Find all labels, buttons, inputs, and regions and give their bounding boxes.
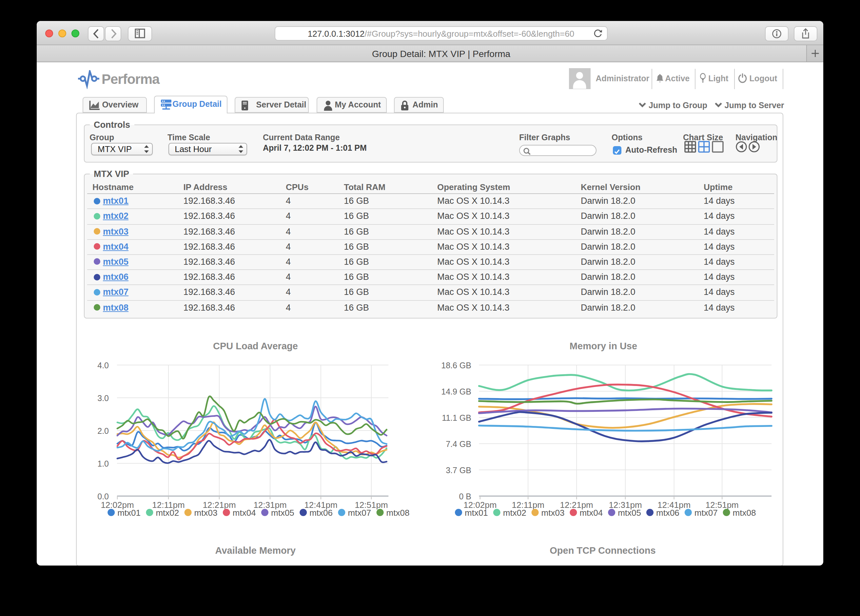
- svg-text:mtx01: mtx01: [117, 508, 141, 518]
- svg-text:mtx05: mtx05: [618, 508, 641, 518]
- svg-text:mtx04: mtx04: [233, 508, 256, 518]
- svg-text:mtx02: mtx02: [156, 508, 179, 518]
- svg-text:Memory in Use: Memory in Use: [570, 341, 637, 351]
- svg-text:1.0: 1.0: [97, 459, 109, 468]
- svg-text:mtx03: mtx03: [195, 508, 218, 518]
- svg-text:3.7 GB: 3.7 GB: [446, 466, 471, 475]
- svg-text:mtx06: mtx06: [309, 508, 333, 518]
- svg-text:18.6 GB: 18.6 GB: [441, 361, 471, 370]
- svg-text:mtx07: mtx07: [348, 508, 371, 518]
- svg-text:mtx08: mtx08: [733, 508, 756, 518]
- svg-text:11.1 GB: 11.1 GB: [442, 413, 471, 422]
- svg-text:mtx07: mtx07: [695, 508, 718, 518]
- svg-text:0.0: 0.0: [97, 492, 109, 501]
- svg-text:0 B: 0 B: [459, 492, 471, 501]
- svg-text:4.0: 4.0: [97, 361, 109, 370]
- svg-text:mtx05: mtx05: [271, 508, 294, 518]
- svg-text:mtx03: mtx03: [541, 508, 565, 518]
- svg-text:14.9 GB: 14.9 GB: [441, 387, 471, 396]
- svg-text:mtx02: mtx02: [503, 508, 526, 518]
- svg-text:CPU Load Average: CPU Load Average: [213, 341, 298, 351]
- svg-text:3.0: 3.0: [97, 393, 109, 403]
- svg-text:2.0: 2.0: [97, 426, 109, 436]
- svg-text:7.4 GB: 7.4 GB: [446, 439, 471, 448]
- svg-text:mtx04: mtx04: [579, 508, 603, 518]
- svg-text:mtx06: mtx06: [656, 508, 680, 518]
- svg-text:mtx08: mtx08: [386, 508, 410, 518]
- svg-text:mtx01: mtx01: [465, 508, 488, 518]
